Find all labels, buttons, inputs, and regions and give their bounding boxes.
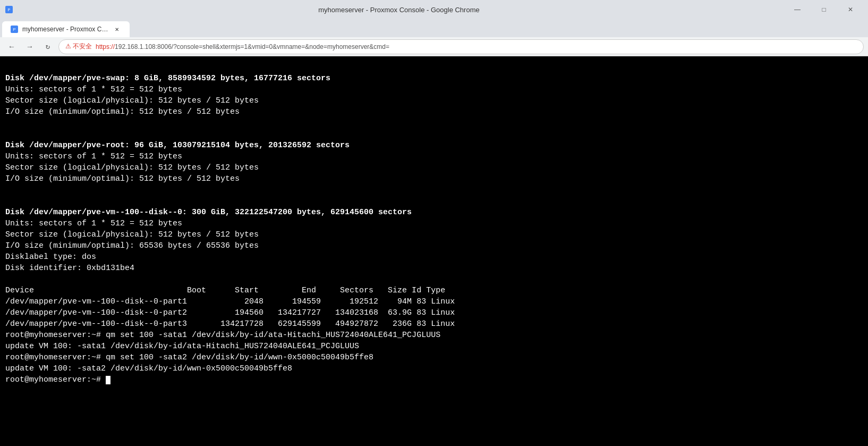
terminal-line: /dev/mapper/pve-vm--100--disk--0-part1 2… [5,296,863,307]
terminal-line [5,117,863,129]
terminal-line: root@myhomeserver:~# qm set 100 -sata1 /… [5,330,863,341]
terminal-line: /dev/mapper/pve-vm--100--disk--0-part3 1… [5,318,863,330]
terminal-line: I/O size (minimum/optimal): 512 bytes / … [5,173,863,184]
terminal[interactable]: Disk /dev/mapper/pve-swap: 8 GiB, 858993… [0,56,868,446]
addressbar: ← → ↻ ⚠ 不安全 https:// 192.168.1.108:8006/… [0,37,868,56]
terminal-line: Units: sectors of 1 * 512 = 512 bytes [5,218,863,229]
terminal-line: I/O size (minimum/optimal): 65536 bytes … [5,240,863,251]
security-warning: ⚠ 不安全 [65,42,96,51]
terminal-line: /dev/mapper/pve-vm--100--disk--0-part2 1… [5,307,863,318]
terminal-line: Disk identifier: 0xbd131be4 [5,263,863,274]
refresh-button[interactable]: ↻ [40,39,55,54]
terminal-cursor [106,376,110,384]
forward-button[interactable]: → [22,39,37,54]
tab-close-button[interactable]: ✕ [113,25,121,33]
close-button[interactable]: ✕ [838,0,863,19]
titlebar: P myhomeserver - Proxmox Console - Googl… [0,0,868,19]
terminal-line: Disk /dev/mapper/pve-root: 96 GiB, 10307… [5,140,863,151]
terminal-line: Device Boot Start End Sectors Size Id Ty… [5,285,863,296]
minimize-button[interactable]: — [785,0,810,19]
terminal-line: Sector size (logical/physical): 512 byte… [5,162,863,173]
active-tab[interactable]: P myhomeserver - Proxmox Console ✕ [2,21,130,37]
window-controls: — □ ✕ [785,0,863,19]
terminal-line: Units: sectors of 1 * 512 = 512 bytes [5,84,863,95]
terminal-line: update VM 100: -sata2 /dev/disk/by-id/ww… [5,363,863,374]
terminal-line: update VM 100: -sata1 /dev/disk/by-id/at… [5,341,863,352]
terminal-line: root@myhomeserver:~# qm set 100 -sata2 /… [5,352,863,363]
maximize-button[interactable]: □ [812,0,836,19]
terminal-line: Sector size (logical/physical): 512 byte… [5,229,863,240]
terminal-line [5,129,863,140]
terminal-line: I/O size (minimum/optimal): 512 bytes / … [5,106,863,117]
terminal-line [5,62,863,73]
tab-favicon: P [11,26,18,33]
window-title: myhomeserver - Proxmox Console - Google … [17,6,781,14]
terminal-line: Sector size (logical/physical): 512 byte… [5,95,863,106]
url-bar[interactable]: ⚠ 不安全 https:// 192.168.1.108:8006/?conso… [58,39,864,54]
terminal-line: Units: sectors of 1 * 512 = 512 bytes [5,151,863,162]
terminal-line: Disk /dev/mapper/pve-swap: 8 GiB, 858993… [5,73,863,84]
tabbar: P myhomeserver - Proxmox Console ✕ [0,19,868,37]
back-button[interactable]: ← [4,39,19,54]
terminal-line [5,196,863,207]
terminal-line: Disk /dev/mapper/pve-vm--100--disk--0: 3… [5,207,863,218]
terminal-line: Disklabel type: dos [5,251,863,263]
terminal-line [5,184,863,196]
browser-favicon: P [5,6,13,13]
url-path: 192.168.1.108:8006/?console=shell&xtermj… [115,43,389,51]
terminal-line: root@myhomeserver:~# [5,374,863,385]
url-protocol: https:// [96,43,115,51]
terminal-line [5,274,863,285]
tab-title: myhomeserver - Proxmox Console [22,26,108,33]
